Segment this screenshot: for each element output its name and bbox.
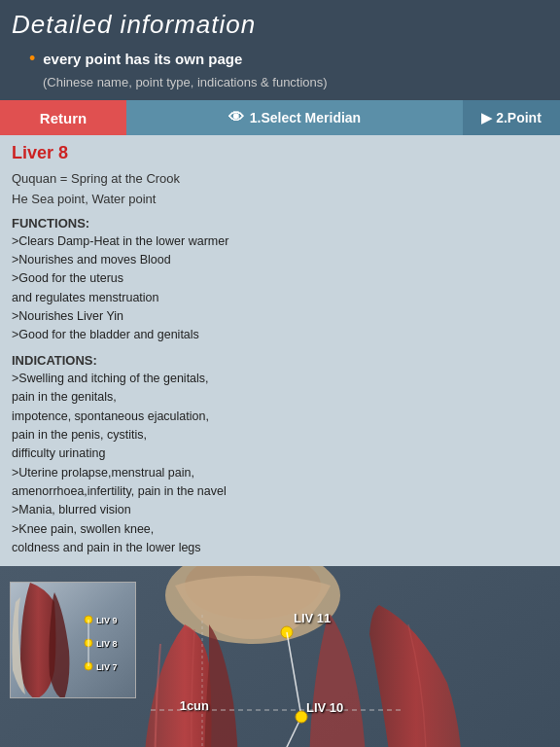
- header-subtitle: • every point has its own page (Chinese …: [12, 46, 548, 92]
- header: Detailed information • every point has i…: [0, 0, 560, 100]
- bullet-icon: •: [29, 49, 35, 68]
- func-5: >Good for the bladder and genitals: [12, 328, 199, 341]
- point-button[interactable]: ▶ 2.Point: [463, 100, 560, 135]
- info-panel: Liver 8 Ququan = Spring at the Crook He …: [0, 135, 560, 566]
- ind-3: impotence, spontaneous ejaculation,: [12, 409, 209, 423]
- inset-diagram: LIV 9 LIV 8 LIV 7: [10, 582, 136, 698]
- eye-icon: 👁: [228, 109, 244, 126]
- indications-label: INDICATIONS:: [12, 353, 548, 368]
- functions-content: >Clears Damp-Heat in the lower warmer >N…: [12, 232, 548, 345]
- arrow-icon: ▶: [481, 110, 492, 125]
- svg-text:LIV 10: LIV 10: [306, 700, 343, 715]
- svg-text:LIV 11: LIV 11: [294, 611, 331, 625]
- ind-5: difficulty urinating: [12, 446, 105, 460]
- indications-content: >Swelling and itching of the genitals, p…: [12, 370, 548, 558]
- return-button[interactable]: Return: [0, 100, 126, 135]
- inset-svg: LIV 9 LIV 8 LIV 7: [11, 583, 136, 698]
- func-3: >Good for the uterus: [12, 271, 123, 285]
- ind-7: amenorrhoea,infertility, pain in the nav…: [12, 484, 227, 498]
- ind-6: >Uterine prolapse,menstrual pain,: [12, 466, 194, 480]
- func-2: >Nourishes and moves Blood: [12, 253, 171, 267]
- svg-text:LIV 8: LIV 8: [96, 639, 118, 649]
- ind-2: pain in the genitals,: [12, 390, 117, 404]
- func-3b: and regulates menstruation: [12, 291, 158, 304]
- header-sub-line: (Chinese name, point type, indications &…: [29, 75, 328, 89]
- select-meridian-button[interactable]: 👁 1.Select Meridian: [126, 100, 463, 135]
- svg-text:1cun: 1cun: [180, 698, 209, 713]
- ind-4: pain in the penis, cystitis,: [12, 428, 147, 442]
- point-label: 2.Point: [496, 110, 542, 125]
- ind-1: >Swelling and itching of the genitals,: [12, 372, 209, 385]
- page-title: Detailed information: [12, 10, 548, 40]
- func-1: >Clears Damp-Heat in the lower warmer: [12, 234, 228, 248]
- svg-text:LIV 9: LIV 9: [96, 616, 118, 625]
- meridian-label: 1.Select Meridian: [250, 110, 361, 125]
- point-chinese-name: Ququan = Spring at the Crook: [12, 171, 180, 186]
- ind-9: >Knee pain, swollen knee,: [12, 522, 154, 536]
- ind-10: coldness and pain in the lower legs: [12, 541, 201, 554]
- svg-text:LIV 7: LIV 7: [96, 662, 118, 672]
- point-type: He Sea point, Water point: [12, 192, 156, 206]
- anatomy-image-area: LIV 11 LIV 10 1cun 4cun LIV 9 — LIV 8 —: [0, 566, 560, 747]
- point-name: Liver 8: [12, 143, 548, 163]
- functions-label: FUNCTIONS:: [12, 216, 548, 231]
- point-chinese: Ququan = Spring at the Crook He Sea poin…: [12, 169, 548, 210]
- ind-8: >Mania, blurred vision: [12, 503, 131, 516]
- navigation-bar: Return 👁 1.Select Meridian ▶ 2.Point: [0, 100, 560, 135]
- header-main-line: every point has its own page: [43, 51, 242, 67]
- func-4: >Nourishes Liver Yin: [12, 309, 123, 323]
